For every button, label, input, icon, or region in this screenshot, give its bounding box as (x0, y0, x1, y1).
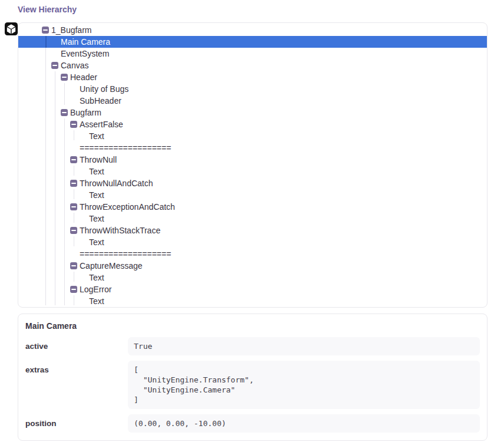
tree-row-logerror[interactable]: LogError (18, 283, 487, 295)
tree-row-bugfarm[interactable]: Bugfarm (18, 107, 487, 118)
minus-glyph (71, 124, 76, 125)
tree-row-label: Unity of Bugs (80, 83, 129, 95)
tree-row-label: =================== (80, 248, 171, 260)
tree-row-label: LogError (80, 283, 111, 295)
detail-row-active: activeTrue (18, 337, 487, 355)
tree-row-label: Header (70, 71, 97, 83)
tree-row-text[interactable]: Text (18, 272, 487, 283)
collapse-minus-icon[interactable] (61, 109, 68, 116)
tree-row-subheader[interactable]: SubHeader (18, 95, 487, 107)
tree-row-label: Text (89, 295, 104, 307)
tree-row-separator[interactable]: =================== (18, 248, 487, 260)
minus-glyph (71, 230, 76, 231)
tree-row-label: AssertFalse (80, 118, 123, 130)
tree-row-label: SubHeader (80, 95, 121, 107)
tree-row-label: Text (89, 189, 104, 201)
tree-row-unity-of-bugs[interactable]: Unity of Bugs (18, 83, 487, 95)
collapse-minus-icon[interactable] (51, 62, 58, 69)
tree-row-separator[interactable]: =================== (18, 142, 487, 154)
detail-row-extras: extras[ "UnityEngine.Transform", "UnityE… (18, 361, 487, 409)
unity-icon (5, 22, 18, 35)
tree-row-label: Text (89, 166, 104, 177)
minus-glyph (71, 265, 76, 266)
collapse-minus-icon[interactable] (70, 156, 77, 163)
collapse-minus-icon[interactable] (70, 180, 77, 187)
tree-row-label: Text (89, 272, 104, 283)
tree-row-text[interactable]: Text (18, 213, 487, 225)
tree-row-assertfalse[interactable]: AssertFalse (18, 118, 487, 130)
tree-row-text[interactable]: Text (18, 189, 487, 201)
details-rows: activeTrueextras[ "UnityEngine.Transform… (18, 337, 487, 433)
minus-glyph (62, 112, 67, 113)
tree-row-header[interactable]: Header (18, 71, 487, 83)
tree-row-label: Canvas (61, 60, 88, 71)
collapse-minus-icon[interactable] (61, 74, 68, 81)
tree-row-text[interactable]: Text (18, 166, 487, 177)
minus-glyph (52, 65, 57, 66)
tree-row-label: Bugfarm (70, 107, 101, 118)
collapse-minus-icon[interactable] (70, 227, 77, 234)
collapse-minus-icon[interactable] (42, 27, 49, 34)
collapse-minus-icon[interactable] (70, 262, 77, 269)
tree-row-label: Text (89, 130, 104, 142)
minus-glyph (71, 289, 76, 290)
minus-glyph (62, 77, 67, 78)
minus-glyph (71, 206, 76, 207)
tree-row-1-bugfarm[interactable]: 1_Bugfarm (18, 24, 487, 36)
tree-row-canvas[interactable]: Canvas (18, 60, 487, 71)
tree-row-throwwithstacktrace[interactable]: ThrowWithStackTrace (18, 225, 487, 236)
tree-row-label: Text (89, 236, 104, 248)
tree-row-eventsystem[interactable]: EventSystem (18, 48, 487, 60)
tree-row-thrownullandcatch[interactable]: ThrowNullAndCatch (18, 177, 487, 189)
detail-value: (0.00, 0.00, -10.00) (128, 414, 480, 433)
collapse-minus-icon[interactable] (70, 203, 77, 210)
tree-row-text[interactable]: Text (18, 130, 487, 142)
minus-glyph (43, 29, 48, 31)
detail-row-position: position(0.00, 0.00, -10.00) (18, 414, 487, 433)
tree-row-label: ThrowExceptionAndCatch (80, 201, 175, 213)
tree-row-label: Main Camera (61, 36, 110, 48)
detail-key: position (25, 414, 128, 433)
tree-row-label: ThrowWithStackTrace (80, 225, 160, 236)
collapse-minus-icon[interactable] (70, 121, 77, 128)
detail-value: [ "UnityEngine.Transform", "UnityEngine.… (128, 361, 480, 409)
tree-row-label: ThrowNull (80, 154, 117, 166)
tree-row-throwexceptionandcatch[interactable]: ThrowExceptionAndCatch (18, 201, 487, 213)
tree-row-label: EventSystem (61, 48, 109, 60)
detail-value: True (128, 337, 480, 355)
tree-row-label: =================== (80, 142, 171, 154)
detail-key: extras (25, 361, 128, 409)
minus-glyph (71, 183, 76, 184)
detail-key: active (25, 337, 128, 355)
details-title: Main Camera (18, 314, 487, 332)
tree-row-text[interactable]: Text (18, 295, 487, 307)
tree-row-main-camera[interactable]: Main Camera (18, 36, 487, 48)
tree-row-label: CaptureMessage (80, 260, 143, 272)
tree-row-thrownull[interactable]: ThrowNull (18, 154, 487, 166)
hierarchy-panel: 1_BugfarmMain CameraEventSystemCanvasHea… (18, 22, 487, 308)
details-panel: Main Camera activeTrueextras[ "UnityEngi… (18, 314, 487, 441)
minus-glyph (71, 159, 76, 160)
tree-row-label: 1_Bugfarm (51, 24, 91, 36)
view-hierarchy-link[interactable]: View Hierarchy (18, 5, 77, 14)
collapse-minus-icon[interactable] (70, 286, 77, 293)
tree-row-capturemessage[interactable]: CaptureMessage (18, 260, 487, 272)
hierarchy-tree: 1_BugfarmMain CameraEventSystemCanvasHea… (18, 23, 487, 307)
tree-row-text[interactable]: Text (18, 236, 487, 248)
tree-row-label: Text (89, 213, 104, 225)
tree-row-label: ThrowNullAndCatch (80, 177, 153, 189)
